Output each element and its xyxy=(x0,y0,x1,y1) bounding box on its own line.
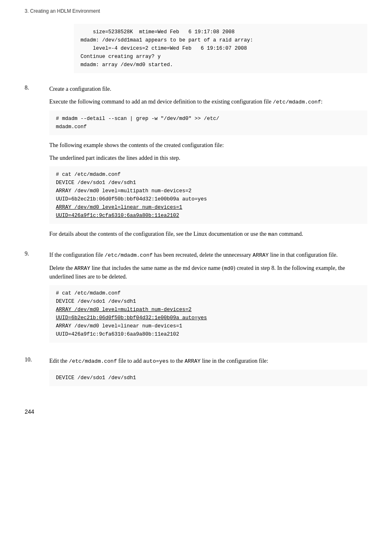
step-8-conf-inline: /etc/mdadm.conf xyxy=(273,99,321,105)
step-9-para1: Delete the ARRAY line that includes the … xyxy=(49,264,367,281)
step-10-title: Edit the /etc/mdadm.conf file to add aut… xyxy=(49,357,367,366)
step-8-para1: Execute the following command to add an … xyxy=(49,97,367,106)
step-9-number: 9. xyxy=(25,251,49,348)
step-8-underlined-1: ARRAY /dev/md0 level=linear num-devices=… xyxy=(56,205,182,210)
step-9-underlined-1: ARRAY /dev/md0 level=multipath num-devic… xyxy=(56,307,191,313)
step-9-title: If the configuration file /etc/mdadm.con… xyxy=(49,251,367,260)
step-9-content: If the configuration file /etc/mdadm.con… xyxy=(49,251,367,348)
step-9-container: 9. If the configuration file /etc/mdadm.… xyxy=(25,251,367,348)
step-8-number: 8. xyxy=(25,85,49,242)
chapter-header: 3. Creating an HDLM Environment xyxy=(25,8,367,14)
step-9-array-inline: ARRAY xyxy=(253,252,269,258)
step-8-man-inline: man xyxy=(268,231,277,237)
step-8-title: Create a configuration file. xyxy=(49,85,367,93)
page-number: 244 xyxy=(25,408,367,415)
step-8-command-code: # mdadm --detail --scan | grep -w "/dev/… xyxy=(49,111,367,135)
step-9-underlined-2: UUID=6b2ec21b:06d0f50b:bbf04d32:1e00b09a… xyxy=(56,315,207,321)
step-10-device-code: DEVICE /dev/sdo1 /dev/sdh1 xyxy=(49,370,367,386)
header-label: 3. Creating an HDLM Environment xyxy=(25,8,100,14)
step-9-md0-inline: md0 xyxy=(224,265,233,272)
step-10-autoflag-inline: auto=yes xyxy=(143,358,168,364)
step-10-number: 10. xyxy=(25,357,49,392)
step-10-conf-inline: /etc/mdadm.conf xyxy=(69,358,117,364)
step-8-para4: For details about the contents of the co… xyxy=(49,230,367,239)
step-10-content: Edit the /etc/mdadm.conf file to add aut… xyxy=(49,357,367,392)
step-9-conf-inline: /etc/mdadm.conf xyxy=(105,252,153,258)
intro-code-block: size=5238528K mtime=Wed Feb 6 19:17:08 2… xyxy=(74,24,367,73)
step-10-container: 10. Edit the /etc/mdadm.conf file to add… xyxy=(25,357,367,392)
step-8-underlined-2: UUID=426a9f1c:9cfa6310:6aa9a80b:11ea2102 xyxy=(56,213,179,219)
step-9-cat-code: # cat /etc/mdadm.conf DEVICE /dev/sdo1 /… xyxy=(49,285,367,343)
step-8-cat-code: # cat /etc/mdadm.conf DEVICE /dev/sdo1 /… xyxy=(49,166,367,224)
step-8-para3: The underlined part indicates the lines … xyxy=(49,154,367,162)
step-9-array-inline2: ARRAY xyxy=(74,265,90,272)
step-8-container: 8. Create a configuration file. Execute … xyxy=(25,85,367,242)
step-8-content: Create a configuration file. Execute the… xyxy=(49,85,367,242)
step-10-array-inline: ARRAY xyxy=(184,358,201,364)
step-8-para2: The following example shows the contents… xyxy=(49,141,367,150)
